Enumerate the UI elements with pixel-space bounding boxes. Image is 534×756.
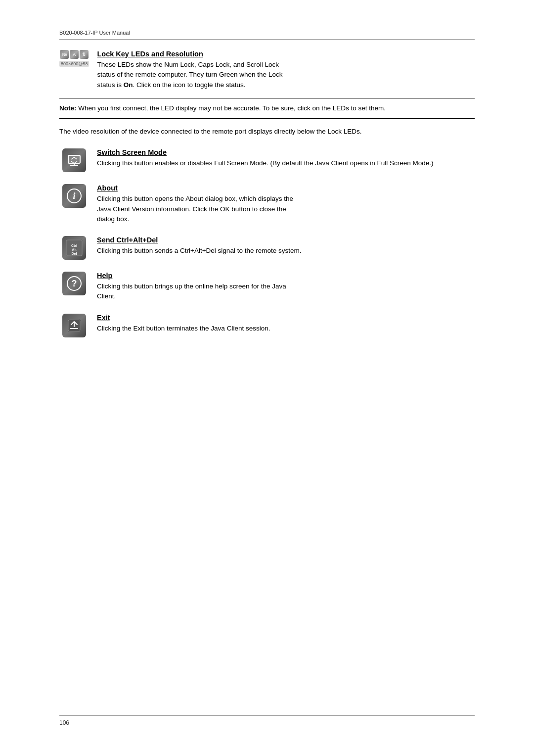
- lock-key-section: № A ⇅ 800×600@58 Lock Key LEDs and Resol…: [59, 50, 475, 90]
- lock-key-title: Lock Key LEDs and Resolution: [97, 50, 475, 58]
- note-label: Note:: [59, 104, 77, 112]
- caps-lock-icon[interactable]: A: [70, 50, 79, 59]
- send-ctrl-section: Ctrl Alt Del Send Ctrl+Alt+Del Clicking …: [59, 236, 475, 260]
- ctrl-content: Send Ctrl+Alt+Del Clicking this button s…: [97, 236, 475, 256]
- svg-rect-1: [68, 155, 80, 163]
- header: B020-008-17-IP User Manual: [59, 30, 475, 50]
- lock-key-body: These LEDs show the Num Lock, Caps Lock,…: [97, 60, 475, 90]
- help-section: ? Help Clicking this button brings up th…: [59, 272, 475, 302]
- ctrl-body: Clicking this button sends a Ctrl+Alt+De…: [97, 246, 475, 256]
- svg-text:Alt: Alt: [72, 248, 77, 251]
- svg-text:Ctrl: Ctrl: [71, 244, 77, 247]
- ctrl-icon-box: Ctrl Alt Del: [59, 236, 89, 260]
- about-section: i About Clicking this button opens the A…: [59, 184, 475, 224]
- ctrl-title: Send Ctrl+Alt+Del: [97, 236, 475, 244]
- exit-title: Exit: [97, 314, 475, 322]
- resolution-paragraph: The video resolution of the device conne…: [59, 127, 475, 137]
- note-box: Note: When you first connect, the LED di…: [59, 98, 475, 119]
- exit-icon[interactable]: [62, 314, 86, 337]
- switch-screen-content: Switch Screen Mode Clicking this button …: [97, 148, 475, 168]
- help-content: Help Clicking this button brings up the …: [97, 272, 475, 302]
- header-rule: [59, 40, 475, 40]
- about-icon-box: i: [59, 184, 89, 208]
- page: B020-008-17-IP User Manual № A ⇅ 800×600…: [0, 0, 534, 756]
- help-icon[interactable]: ?: [62, 272, 86, 295]
- manual-title: B020-008-17-IP User Manual: [59, 30, 475, 36]
- about-icon[interactable]: i: [62, 184, 86, 208]
- svg-text:?: ?: [72, 279, 77, 288]
- num-lock-icon[interactable]: №: [60, 50, 69, 59]
- switch-screen-section: Switch Screen Mode Clicking this button …: [59, 148, 475, 172]
- exit-content: Exit Clicking the Exit button terminates…: [97, 314, 475, 333]
- about-body: Clicking this button opens the About dia…: [97, 194, 475, 224]
- exit-body: Clicking the Exit button terminates the …: [97, 324, 475, 333]
- switch-icon-box: [59, 148, 89, 172]
- switch-screen-body: Clicking this button enables or disables…: [97, 158, 475, 168]
- help-title: Help: [97, 272, 475, 280]
- lock-icons-group: № A ⇅ 800×600@58: [59, 50, 89, 67]
- svg-text:i: i: [73, 191, 75, 201]
- switch-screen-title: Switch Screen Mode: [97, 148, 475, 156]
- lock-key-content: Lock Key LEDs and Resolution These LEDs …: [97, 50, 475, 90]
- resolution-label: 800×600@58: [59, 61, 89, 67]
- lock-icons-row: № A ⇅: [60, 50, 89, 59]
- footer: 106: [59, 715, 475, 726]
- help-icon-box: ?: [59, 272, 89, 295]
- about-title: About: [97, 184, 475, 192]
- svg-text:Del: Del: [72, 252, 77, 255]
- note-text: When you first connect, the LED display …: [77, 104, 386, 112]
- switch-screen-icon[interactable]: [62, 148, 86, 172]
- ctrl-alt-del-icon[interactable]: Ctrl Alt Del: [62, 236, 86, 260]
- about-content: About Clicking this button opens the Abo…: [97, 184, 475, 224]
- exit-icon-box: [59, 314, 89, 337]
- page-number: 106: [59, 719, 475, 726]
- help-body: Clicking this button brings up the onlin…: [97, 282, 475, 302]
- scroll-lock-icon[interactable]: ⇅: [80, 50, 89, 59]
- exit-section: Exit Clicking the Exit button terminates…: [59, 314, 475, 337]
